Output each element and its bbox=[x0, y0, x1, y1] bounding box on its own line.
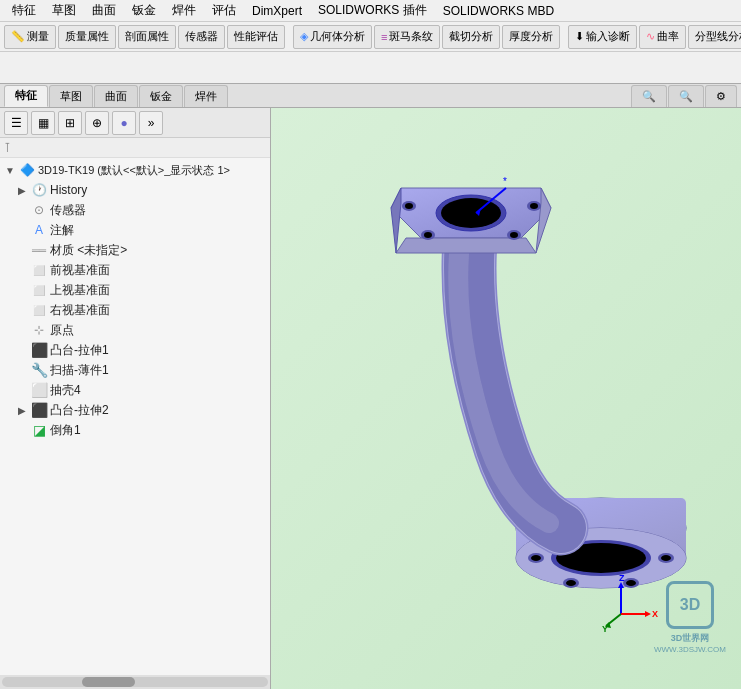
expander-root[interactable]: ▼ bbox=[4, 164, 16, 176]
chamfer1-label: 倒角1 bbox=[50, 422, 81, 439]
tree-item-shell4[interactable]: ⬜ 抽壳4 bbox=[12, 380, 270, 400]
svg-point-7 bbox=[531, 555, 541, 561]
btn-measure[interactable]: 📏 测量 bbox=[4, 25, 56, 49]
btn-section-analysis[interactable]: 截切分析 bbox=[442, 25, 500, 49]
left-panel: ☰ ▦ ⊞ ⊕ ● » ⊺ ▼ 🔷 3D19-TK19 (默认<<默认>_显示状… bbox=[0, 108, 271, 689]
tree-item-boss-extrude2[interactable]: ▶ ⬛ 凸台-拉伸2 bbox=[12, 400, 270, 420]
menu-sw-plugins[interactable]: SOLIDWORKS 插件 bbox=[310, 0, 435, 21]
color-btn[interactable]: ● bbox=[112, 111, 136, 135]
svg-point-19 bbox=[441, 198, 501, 228]
tab-sheetmetal[interactable]: 钣金 bbox=[139, 85, 183, 107]
tree-item-right-plane[interactable]: ⬜ 右视基准面 bbox=[12, 300, 270, 320]
boss-extrude1-label: 凸台-拉伸1 bbox=[50, 342, 109, 359]
menu-features[interactable]: 特征 bbox=[4, 0, 44, 21]
tree-item-history[interactable]: ▶ 🕐 History bbox=[12, 180, 270, 200]
scroll-track[interactable] bbox=[2, 677, 268, 687]
expander-history[interactable]: ▶ bbox=[16, 184, 28, 196]
annotation-label: 注解 bbox=[50, 222, 74, 239]
svg-point-21 bbox=[405, 203, 413, 209]
tree-item-annotation[interactable]: A 注解 bbox=[12, 220, 270, 240]
expander-right-plane bbox=[16, 304, 28, 316]
expander-origin bbox=[16, 324, 28, 336]
tab-search2[interactable]: 🔍 bbox=[668, 85, 704, 107]
btn-geo-analysis[interactable]: ◈ 几何体分析 bbox=[293, 25, 372, 49]
menu-evaluate[interactable]: 评估 bbox=[204, 0, 244, 21]
tab-features[interactable]: 特征 bbox=[4, 85, 48, 107]
top-plane-icon: ⬜ bbox=[30, 281, 48, 299]
svg-point-9 bbox=[661, 555, 671, 561]
main-content: ☰ ▦ ⊞ ⊕ ● » ⊺ ▼ 🔷 3D19-TK19 (默认<<默认>_显示状… bbox=[0, 108, 741, 689]
tab-surface[interactable]: 曲面 bbox=[94, 85, 138, 107]
list-view-btn[interactable]: ☰ bbox=[4, 111, 28, 135]
left-panel-toolbar: ☰ ▦ ⊞ ⊕ ● » bbox=[0, 108, 270, 138]
btn-curvature[interactable]: ∿ 曲率 bbox=[639, 25, 686, 49]
menu-surface[interactable]: 曲面 bbox=[84, 0, 124, 21]
tree-item-top-plane[interactable]: ⬜ 上视基准面 bbox=[12, 280, 270, 300]
watermark-brand: 3D世界网 bbox=[654, 632, 726, 645]
details-view-btn[interactable]: ▦ bbox=[31, 111, 55, 135]
tree-item-root[interactable]: ▼ 🔷 3D19-TK19 (默认<<默认>_显示状态 1> bbox=[0, 160, 270, 180]
scroll-thumb[interactable] bbox=[82, 677, 135, 687]
menu-weldment[interactable]: 焊件 bbox=[164, 0, 204, 21]
menu-sheetmetal[interactable]: 钣金 bbox=[124, 0, 164, 21]
tab-weldment[interactable]: 焊件 bbox=[184, 85, 228, 107]
shell4-label: 抽壳4 bbox=[50, 382, 81, 399]
zebra-icon: ≡ bbox=[381, 31, 387, 43]
expander-front-plane bbox=[16, 264, 28, 276]
feature-tree: ▼ 🔷 3D19-TK19 (默认<<默认>_显示状态 1> ▶ 🕐 Histo… bbox=[0, 158, 270, 675]
svg-point-23 bbox=[530, 203, 538, 209]
curvature-icon: ∿ bbox=[646, 30, 655, 43]
filter-icon: ⊺ bbox=[4, 140, 11, 155]
watermark-url: WWW.3DSJW.COM bbox=[654, 645, 726, 654]
menu-dimxpert[interactable]: DimXpert bbox=[244, 2, 310, 20]
expander-boss1 bbox=[16, 344, 28, 356]
crosshair-btn[interactable]: ⊕ bbox=[85, 111, 109, 135]
tree-item-front-plane[interactable]: ⬜ 前视基准面 bbox=[12, 260, 270, 280]
toolbar-row1: 📏 测量 质量属性 剖面属性 传感器 性能评估 ◈ 几何体分析 ≡ 斑马条纹 截… bbox=[0, 22, 741, 52]
tree-item-sweep1[interactable]: 🔧 扫描-薄件1 bbox=[12, 360, 270, 380]
sweep1-label: 扫描-薄件1 bbox=[50, 362, 109, 379]
more-options-btn[interactable]: » bbox=[139, 111, 163, 135]
expander-chamfer1 bbox=[16, 424, 28, 436]
tree-item-boss-extrude1[interactable]: ⬛ 凸台-拉伸1 bbox=[12, 340, 270, 360]
history-label: History bbox=[50, 183, 87, 197]
chamfer-icon: ◪ bbox=[30, 421, 48, 439]
tree-view-btn[interactable]: ⊞ bbox=[58, 111, 82, 135]
3d-model: * bbox=[321, 128, 721, 648]
root-label: 3D19-TK19 (默认<<默认>_显示状态 1> bbox=[38, 163, 230, 178]
expander-sweep1 bbox=[16, 364, 28, 376]
tree-item-sensor[interactable]: ⊙ 传感器 bbox=[12, 200, 270, 220]
3d-viewport[interactable]: * Z X Y 3D 3D世界网 WWW.3DSJW.COM bbox=[271, 108, 741, 689]
btn-zebra[interactable]: ≡ 斑马条纹 bbox=[374, 25, 440, 49]
btn-parting-line[interactable]: 分型线分析 bbox=[688, 25, 741, 49]
tree-item-material[interactable]: ══ 材质 <未指定> bbox=[12, 240, 270, 260]
menu-sw-mbd[interactable]: SOLIDWORKS MBD bbox=[435, 2, 562, 20]
expander-boss2[interactable]: ▶ bbox=[16, 404, 28, 416]
part-icon: 🔷 bbox=[18, 161, 36, 179]
left-panel-scrollbar[interactable] bbox=[0, 675, 270, 689]
btn-mass-props[interactable]: 质量属性 bbox=[58, 25, 116, 49]
menu-sketch[interactable]: 草图 bbox=[44, 0, 84, 21]
btn-sensor[interactable]: 传感器 bbox=[178, 25, 225, 49]
right-plane-label: 右视基准面 bbox=[50, 302, 110, 319]
svg-text:*: * bbox=[503, 176, 507, 187]
expander-top-plane bbox=[16, 284, 28, 296]
tree-item-origin[interactable]: ⊹ 原点 bbox=[12, 320, 270, 340]
filter-row: ⊺ bbox=[0, 138, 270, 158]
svg-point-11 bbox=[566, 580, 576, 586]
axis-indicator: Z X Y bbox=[601, 574, 661, 634]
tab-sketch[interactable]: 草图 bbox=[49, 85, 93, 107]
btn-section-props[interactable]: 剖面属性 bbox=[118, 25, 176, 49]
tab-settings[interactable]: ⚙ bbox=[705, 85, 737, 107]
svg-marker-16 bbox=[391, 188, 401, 253]
btn-thickness[interactable]: 厚度分析 bbox=[502, 25, 560, 49]
watermark: 3D 3D世界网 WWW.3DSJW.COM bbox=[654, 581, 726, 654]
tab-search1[interactable]: 🔍 bbox=[631, 85, 667, 107]
btn-import-diag[interactable]: ⬇ 输入诊断 bbox=[568, 25, 637, 49]
sweep-icon: 🔧 bbox=[30, 361, 48, 379]
watermark-logo: 3D bbox=[666, 581, 714, 629]
tree-item-chamfer1[interactable]: ◪ 倒角1 bbox=[12, 420, 270, 440]
btn-perf[interactable]: 性能评估 bbox=[227, 25, 285, 49]
material-icon: ══ bbox=[30, 241, 48, 259]
right-plane-icon: ⬜ bbox=[30, 301, 48, 319]
